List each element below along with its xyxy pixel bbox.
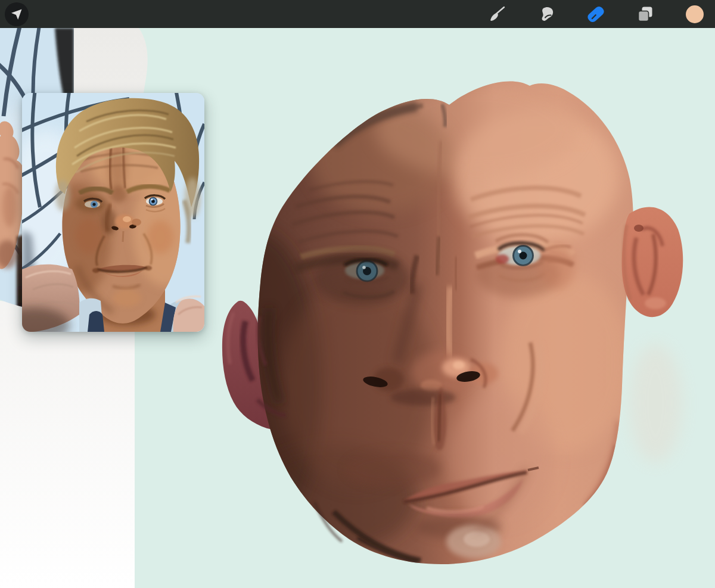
toolbar <box>0 0 715 28</box>
right-ear <box>622 207 683 317</box>
reference-panel[interactable] <box>22 93 204 332</box>
brush-tool-button[interactable] <box>485 2 509 26</box>
eraser-glyph <box>586 5 605 24</box>
color-swatch-button[interactable] <box>683 2 707 26</box>
paint-wash <box>629 344 682 463</box>
toolbar-left-group <box>5 2 29 26</box>
paintbrush-icon <box>488 5 506 23</box>
reference-photo <box>22 93 204 332</box>
left-eye <box>315 251 410 305</box>
canvas[interactable] <box>0 28 715 588</box>
layers-icon <box>636 5 654 23</box>
color-swatch-icon <box>685 5 704 24</box>
toolbar-right-group <box>485 2 707 26</box>
eraser-icon <box>586 5 605 24</box>
transform-arrow-button[interactable] <box>5 2 29 26</box>
smudge-tool-button[interactable] <box>534 2 558 26</box>
layers-button[interactable] <box>633 2 657 26</box>
procreate-app <box>0 0 715 588</box>
arrow-cursor-icon <box>10 7 24 21</box>
smudge-finger-icon <box>537 5 555 23</box>
eraser-tool-button[interactable] <box>584 2 608 26</box>
active-color-swatch <box>686 5 704 23</box>
